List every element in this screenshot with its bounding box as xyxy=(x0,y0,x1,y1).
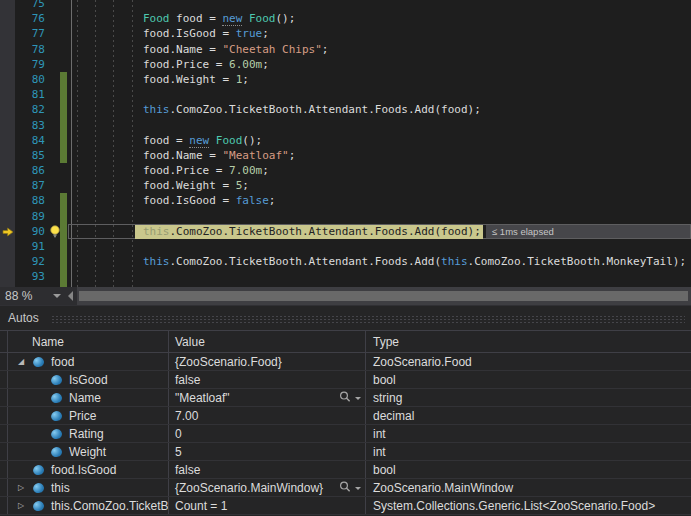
code-line[interactable]: 86food.Price = 7.00m; xyxy=(0,163,691,178)
autos-row[interactable]: food.IsGoodfalsebool xyxy=(0,461,691,479)
code-line[interactable]: 81 xyxy=(0,87,691,102)
code-line[interactable]: 79food.Price = 6.00m; xyxy=(0,57,691,72)
autos-value: false xyxy=(175,463,200,477)
autos-header: Name Value Type xyxy=(0,330,691,353)
autos-row[interactable]: ▷this.ComoZoo.TicketBoCount = 1System.Co… xyxy=(0,497,691,515)
perf-tip[interactable]: ≤ 1ms elapsed xyxy=(486,225,690,238)
magnifier-icon[interactable] xyxy=(339,481,361,493)
column-header-type[interactable]: Type xyxy=(366,331,691,352)
line-number: 92 xyxy=(15,254,45,269)
code-token: this xyxy=(143,225,170,238)
line-number: 81 xyxy=(15,87,45,102)
autos-row[interactable]: Rating0int xyxy=(0,425,691,443)
code-token: false xyxy=(236,194,269,207)
autos-row[interactable]: Price7.00decimal xyxy=(0,407,691,425)
autos-type-cell: string xyxy=(366,389,691,406)
line-number: 86 xyxy=(15,163,45,178)
autos-type-cell: int xyxy=(366,443,691,460)
autos-row[interactable]: Weight5int xyxy=(0,443,691,461)
zoom-control[interactable]: 88 % xyxy=(0,289,63,303)
field-icon xyxy=(32,463,45,475)
column-header-name[interactable]: Name xyxy=(8,331,169,352)
chevron-down-icon xyxy=(355,397,361,403)
code-line[interactable]: 82this.ComoZoo.TicketBooth.Attendant.Foo… xyxy=(0,102,691,117)
autos-row[interactable]: ◢food{ZooScenario.Food}ZooScenario.Food xyxy=(0,353,691,371)
current-statement-arrow-icon[interactable] xyxy=(2,227,14,237)
field-icon xyxy=(50,445,63,457)
code-line[interactable]: 91 xyxy=(0,239,691,254)
code-line[interactable]: 88food.IsGood = false; xyxy=(0,193,691,208)
code-token: (); xyxy=(242,134,262,147)
code-line[interactable]: 80food.Weight = 1; xyxy=(0,72,691,87)
line-number: 84 xyxy=(15,133,45,148)
scrollbar-track[interactable] xyxy=(77,287,691,305)
autos-type-cell: ZooScenario.MainWindow xyxy=(366,479,691,496)
row-stub xyxy=(0,497,8,514)
autos-row[interactable]: IsGoodfalsebool xyxy=(0,371,691,389)
autos-name-cell: ◢food xyxy=(8,353,169,370)
code-token: food = xyxy=(170,12,223,25)
code-token: (); xyxy=(275,12,295,25)
line-number: 80 xyxy=(15,72,45,87)
code-line[interactable]: 92this.ComoZoo.TicketBooth.Attendant.Foo… xyxy=(0,254,691,269)
code-line[interactable]: 87food.Weight = 5; xyxy=(0,178,691,193)
code-token: ; xyxy=(242,73,249,86)
autos-row[interactable]: ▷this{ZooScenario.MainWindow}ZooScenario… xyxy=(0,479,691,497)
autos-row[interactable]: Name"Meatloaf"string xyxy=(0,389,691,407)
row-stub xyxy=(0,371,8,388)
scroll-left-button[interactable] xyxy=(63,291,77,301)
autos-value-cell: "Meatloaf" xyxy=(169,389,366,406)
code-line[interactable]: 75 xyxy=(0,0,691,11)
code-token: ; xyxy=(262,164,269,177)
code-text: food.Price = 7.00m; xyxy=(143,163,269,178)
autos-value: {ZooScenario.MainWindow} xyxy=(175,481,323,495)
line-number: 88 xyxy=(15,193,45,208)
code-line[interactable]: 76Food food = new Food(); xyxy=(0,11,691,26)
code-line[interactable]: 83 xyxy=(0,118,691,133)
code-token: "Cheetah Chips" xyxy=(222,43,321,56)
code-token: new xyxy=(189,134,209,148)
code-token: this xyxy=(441,255,468,268)
code-line[interactable]: 78food.Name = "Cheetah Chips"; xyxy=(0,42,691,57)
autos-type-cell: System.Collections.Generic.List<ZooScena… xyxy=(366,497,691,514)
scrollbar-thumb[interactable] xyxy=(79,291,688,301)
magnifier-icon[interactable] xyxy=(339,391,361,403)
autos-name-cell: Name xyxy=(8,389,169,406)
code-token: food.Price = xyxy=(143,58,229,71)
expander-collapsed-icon[interactable]: ▷ xyxy=(16,501,33,510)
autos-name: Price xyxy=(69,409,96,423)
code-token: food = xyxy=(143,134,189,147)
autos-title-bar[interactable]: Autos xyxy=(0,305,691,330)
vs-debug-window: 7576Food food = new Food();77food.IsGood… xyxy=(0,0,691,516)
autos-name: IsGood xyxy=(69,373,108,387)
horizontal-scrollbar[interactable]: 88 % xyxy=(0,287,691,305)
titlebar-texture xyxy=(51,315,685,324)
code-line[interactable]: 84food = new Food(); xyxy=(0,133,691,148)
row-stub xyxy=(0,443,8,460)
code-token: "Meatloaf" xyxy=(222,149,288,162)
expander-expanded-icon[interactable]: ◢ xyxy=(16,357,33,366)
lightbulb-icon[interactable] xyxy=(49,225,61,238)
code-line[interactable]: 85food.Name = "Meatloaf"; xyxy=(0,148,691,163)
code-editor[interactable]: 7576Food food = new Food();77food.IsGood… xyxy=(0,0,691,287)
autos-value: 5 xyxy=(175,445,182,459)
code-text: food = new Food(); xyxy=(143,133,262,148)
line-number: 91 xyxy=(15,239,45,254)
code-token: food.Price = xyxy=(143,164,229,177)
code-line[interactable]: 77food.IsGood = true; xyxy=(0,26,691,41)
autos-name-cell: ▷this.ComoZoo.TicketBo xyxy=(8,497,169,514)
line-number: 87 xyxy=(15,178,45,193)
expander-collapsed-icon[interactable]: ▷ xyxy=(16,483,33,492)
autos-type-cell: bool xyxy=(366,461,691,478)
code-line[interactable]: 93 xyxy=(0,269,691,284)
line-number: 75 xyxy=(15,0,45,11)
code-line[interactable]: ≤ 1ms elapsed90this.ComoZoo.TicketBooth.… xyxy=(0,224,691,239)
row-stub xyxy=(0,407,8,424)
code-token: Food xyxy=(143,12,170,25)
line-number: 93 xyxy=(15,269,45,284)
code-line[interactable]: 89 xyxy=(0,209,691,224)
code-token: ; xyxy=(289,149,296,162)
code-token: ; xyxy=(242,179,249,192)
left-triangle-icon xyxy=(68,291,73,301)
column-header-value[interactable]: Value xyxy=(169,331,366,352)
